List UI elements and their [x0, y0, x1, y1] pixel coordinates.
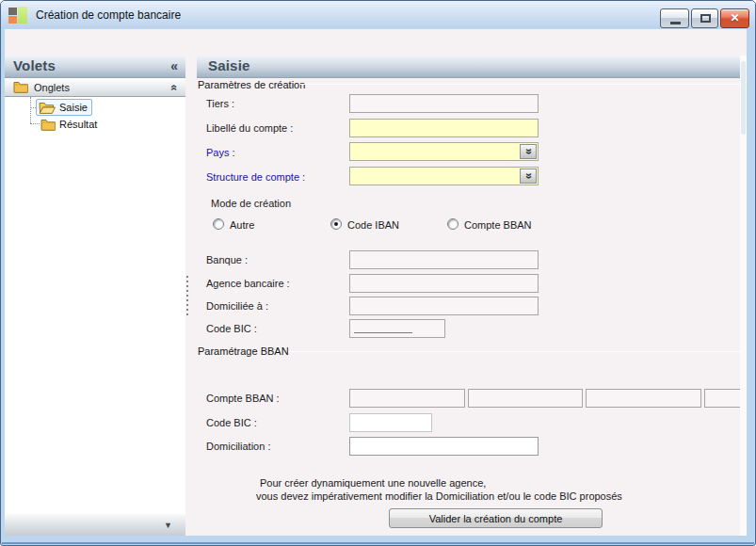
tree-item-resultat[interactable]: Résultat	[38, 116, 102, 133]
radio-compte-bban[interactable]	[447, 218, 458, 230]
sidebar-header: Volets «	[5, 56, 185, 78]
pays-label: Pays :	[206, 147, 235, 158]
comptebban-segment-4	[704, 389, 740, 408]
validate-creation-button[interactable]: Valider la création du compte	[389, 508, 603, 528]
minimize-icon	[670, 22, 681, 24]
comptebban-label: Compte BBAN :	[206, 393, 280, 404]
radio-code-iban[interactable]	[330, 218, 342, 230]
app-icon-gray-block	[8, 8, 17, 15]
tree-item-label: Résultat	[59, 119, 97, 130]
domiciliation-label: Domiciliation :	[206, 441, 270, 452]
folder-open-icon	[39, 102, 56, 114]
banque-label: Banque :	[206, 254, 248, 265]
window: Création de compte bancaire ✕ Volets « O…	[0, 0, 756, 546]
close-icon: ✕	[721, 11, 748, 24]
libelle-input[interactable]	[349, 119, 539, 137]
minimize-button[interactable]	[660, 8, 689, 28]
tiers-input	[349, 94, 539, 113]
close-button[interactable]: ✕	[720, 8, 749, 28]
window-title: Création de compte bancaire	[36, 8, 181, 22]
codebic-mask-underline	[354, 332, 412, 333]
banque-input	[349, 250, 539, 269]
pays-dropdown-button[interactable]: «	[520, 144, 537, 159]
tree-item-label: Saisie	[59, 102, 88, 113]
note-line-1: Pour créer dynamiquement une nouvelle ag…	[260, 477, 486, 489]
mode-creation-label: Mode de création	[211, 198, 291, 209]
agence-input	[349, 274, 539, 293]
groupbox-bban-label: Paramétrage BBAN	[198, 345, 289, 357]
note-line-2: vous devez impérativement modifier la Do…	[256, 490, 622, 502]
maximize-button[interactable]	[691, 8, 718, 28]
maximize-icon	[700, 14, 711, 23]
domiciliee-input	[349, 297, 539, 315]
scrollbar-thumb[interactable]	[741, 61, 746, 135]
sidebar-title: Volets	[13, 57, 56, 73]
page-title: Saisie	[208, 57, 250, 73]
app-icon-orange-block	[8, 16, 17, 24]
comptebban-segment-1	[349, 389, 465, 408]
titlebar[interactable]: Création de compte bancaire ✕	[1, 1, 755, 28]
structure-dropdown-button[interactable]: «	[520, 169, 537, 184]
comptebban-segment-2	[468, 389, 583, 408]
comptebban-segment-3	[586, 389, 701, 408]
main-header: Saisie	[197, 56, 740, 78]
codebic-input	[349, 319, 445, 338]
groupbox-bban-line	[288, 351, 740, 352]
radio-autre[interactable]	[213, 218, 224, 230]
sidebar-scroll-down[interactable]: ▼	[5, 514, 185, 536]
chevron-down-icon: «	[523, 149, 534, 155]
pays-dropdown[interactable]: «	[349, 142, 539, 161]
radio-autre-label[interactable]: Autre	[230, 219, 254, 231]
sidebar-section-onglets[interactable]: Onglets «	[5, 78, 185, 97]
codebic-label: Code BIC :	[206, 323, 257, 334]
codebic2-input[interactable]	[349, 413, 432, 432]
tree-connector-line	[30, 97, 31, 123]
agence-label: Agence bancaire :	[206, 278, 290, 289]
tiers-label: Tiers :	[206, 98, 234, 109]
splitter-grip[interactable]	[186, 276, 188, 315]
folder-icon	[40, 119, 56, 131]
structure-label: Structure de compte :	[206, 171, 305, 183]
tree-item-saisie[interactable]: Saisie	[36, 99, 92, 116]
collapse-sidebar-icon[interactable]: «	[170, 59, 178, 72]
domiciliation-input[interactable]	[349, 437, 539, 456]
radio-code-iban-label[interactable]: Code IBAN	[347, 219, 399, 231]
scroll-down-icon: ▼	[164, 521, 172, 530]
libelle-label: Libellé du compte :	[206, 122, 293, 134]
structure-dropdown[interactable]: «	[349, 167, 539, 185]
app-icon-green-block	[18, 7, 27, 24]
codebic2-label: Code BIC :	[206, 417, 257, 428]
navigation-tree	[5, 97, 185, 514]
groupbox-creation-label: Paramètres de création	[198, 79, 305, 90]
groupbox-creation-line	[299, 84, 740, 85]
app-icon	[8, 7, 28, 24]
section-label: Onglets	[34, 82, 70, 93]
folder-icon	[13, 81, 28, 93]
radio-compte-bban-label[interactable]: Compte BBAN	[464, 219, 532, 231]
domiciliee-label: Domiciliée à :	[206, 300, 268, 312]
chevron-down-icon: «	[523, 173, 534, 180]
collapse-section-icon[interactable]: «	[169, 84, 181, 90]
